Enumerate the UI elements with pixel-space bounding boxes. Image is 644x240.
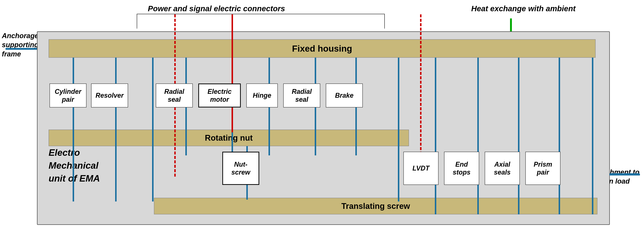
cylinder-pair-box: Cylinderpair [50,84,86,108]
vline-blue-10 [435,58,436,214]
hinge-label: Hinge [253,91,271,99]
vline-blue-1 [72,58,74,202]
translating-screw: Translating screw [154,198,598,214]
electric-motor-box: Electricmotor [198,84,241,108]
main-box: Fixed housing ElectroMechanicalunit of E… [37,31,610,225]
radial-seal-2-box: Radialseal [283,84,320,108]
vline-blue-14 [592,58,593,214]
radial-seal-1-box: Radialseal [156,84,193,108]
resolver-label: Resolver [96,91,124,99]
diagram: Power and signal electric connectors Hea… [0,0,644,240]
brake-box: Brake [326,84,363,108]
fixed-housing: Fixed housing [48,39,596,58]
nut-screw-label: Nut-screw [231,160,250,176]
bracket-left [137,14,137,29]
ema-label: ElectroMechanicalunit of EMA [48,146,100,185]
rotating-nut-label: Rotating nut [205,133,252,142]
vline-blue-12 [518,58,520,214]
power-connectors-label: Power and signal electric connectors [148,4,285,14]
axial-seals-box: Axialseals [485,152,520,185]
lvdt-box: LVDT [404,152,438,185]
bracket-right [384,14,385,29]
vline-blue-9 [398,58,399,202]
electric-motor-label: Electricmotor [208,88,232,104]
brake-label: Brake [335,91,354,99]
fixed-housing-label: Fixed housing [292,43,352,54]
vline-blue-11 [477,58,479,214]
heat-exchange-label: Heat exchange with ambient [471,4,576,14]
nut-screw-box: Nut-screw [222,152,259,185]
prism-pair-box: Prismpair [525,152,560,185]
radial-seal-1-label: Radialseal [164,88,184,104]
prism-pair-label: Prismpair [534,160,552,176]
hinge-box: Hinge [246,84,278,108]
lvdt-label: LVDT [412,164,430,172]
vline-blue-2 [115,58,116,202]
cylinder-pair-label: Cylinderpair [55,88,81,104]
end-stops-label: Endstops [453,160,470,176]
resolver-box: Resolver [91,84,128,108]
vline-blue-3 [152,58,154,202]
translating-screw-label: Translating screw [341,202,410,211]
bracket-top [137,14,385,14]
rotating-nut: Rotating nut [48,129,409,146]
attachment-hline [610,174,640,175]
vline-red-motor [232,14,233,132]
axial-seals-label: Axialseals [494,160,510,176]
end-stops-box: Endstops [444,152,479,185]
radial-seal-2-label: Radialseal [292,88,312,104]
vline-blue-13 [559,58,560,214]
